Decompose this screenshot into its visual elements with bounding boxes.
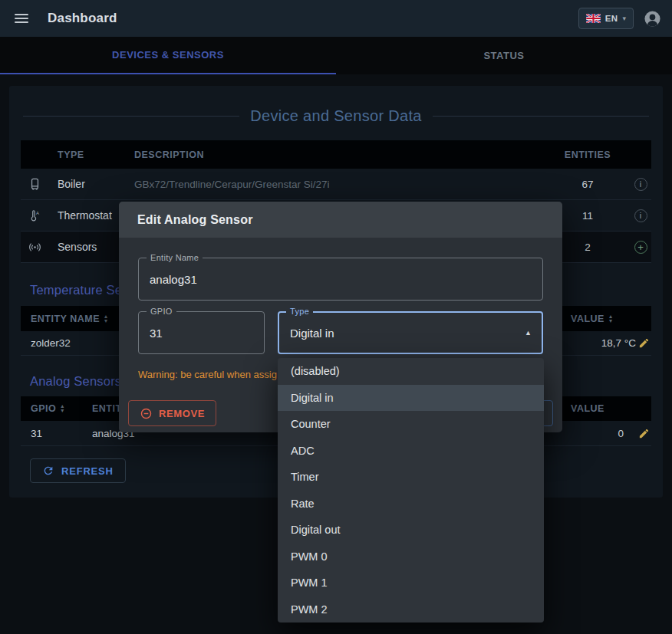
device-description: GBx72/Trendline/Cerapur/Greenstar Si/27i — [125, 179, 545, 190]
device-entities: 67 — [545, 179, 630, 190]
option-digital-out[interactable]: Digital out — [278, 517, 544, 544]
sort-icon[interactable]: ▴▾ — [104, 314, 108, 324]
refresh-icon — [42, 465, 54, 477]
type-select-label: Type — [286, 307, 313, 316]
option-pwm-1[interactable]: PWM 1 — [278, 570, 544, 596]
tab-status[interactable]: STATUS — [336, 37, 672, 74]
col-gpio-label: GPIO — [31, 403, 56, 414]
tab-devices-sensors[interactable]: DEVICES & SENSORS — [0, 37, 336, 74]
tab-bar: DEVICES & SENSORS STATUS — [0, 37, 672, 74]
divider — [433, 116, 649, 117]
remove-button[interactable]: REMOVE — [128, 400, 216, 426]
gpio-field[interactable]: GPIO 31 — [138, 311, 265, 354]
svg-text:A: A — [36, 210, 39, 215]
gpio-field-value: 31 — [150, 327, 163, 340]
thermostat-icon: A — [21, 209, 48, 223]
type-select-value: Digital in — [290, 327, 334, 340]
option-timer[interactable]: Timer — [278, 464, 544, 491]
screen: Dashboard EN ▾ — [0, 0, 672, 634]
col-value-label: VALUE — [571, 314, 604, 324]
col-entity-name-label: ENTITY NAME — [31, 314, 100, 324]
option-rate[interactable]: Rate — [278, 491, 544, 517]
sensors-icon — [21, 240, 48, 255]
divider — [23, 116, 239, 117]
user-avatar[interactable] — [644, 10, 661, 28]
chevron-down-icon: ▾ — [622, 15, 626, 22]
sort-icon[interactable]: ▴▾ — [61, 404, 64, 413]
edit-icon[interactable] — [636, 428, 651, 439]
option-disabled[interactable]: (disabled) — [278, 358, 544, 385]
gpio-warning-text: Warning: be careful when assig — [138, 369, 277, 380]
option-pwm-2[interactable]: PWM 2 — [278, 596, 544, 623]
add-icon[interactable]: + — [634, 241, 647, 254]
chevron-up-icon: ▲ — [525, 329, 532, 337]
app-bar-right: EN ▾ — [578, 8, 661, 29]
type-select[interactable]: Type Digital in ▲ — [278, 311, 543, 354]
col-gpio: GPIO ▴▾ — [21, 403, 82, 414]
option-pwm-0[interactable]: PWM 0 — [278, 544, 544, 570]
sort-icon[interactable]: ▴▾ — [609, 314, 613, 324]
device-type: Sensors — [48, 241, 125, 253]
page-title-row: Device and Sensor Data — [9, 107, 663, 125]
table-row-boiler[interactable]: Boiler GBx72/Trendline/Cerapur/Greenstar… — [21, 169, 651, 200]
col-entities: ENTITIES — [545, 149, 630, 160]
gpio-value: 31 — [21, 428, 82, 439]
option-counter[interactable]: Counter — [278, 411, 544, 438]
language-selector[interactable]: EN ▾ — [578, 8, 634, 29]
refresh-button[interactable]: REFRESH — [30, 458, 126, 483]
entity-name-field-label: Entity Name — [147, 253, 203, 262]
option-digital-in[interactable]: Digital in — [278, 385, 544, 412]
remove-circle-icon — [140, 407, 153, 420]
gpio-field-label: GPIO — [147, 307, 176, 316]
refresh-label: REFRESH — [61, 465, 114, 477]
col-type: TYPE — [48, 149, 125, 160]
boiler-icon — [21, 177, 48, 192]
device-type: Boiler — [48, 178, 125, 190]
app-title: Dashboard — [48, 11, 117, 26]
app-bar: Dashboard EN ▾ — [0, 0, 672, 37]
language-label: EN — [605, 14, 618, 23]
dialog-title: Edit Analog Sensor — [119, 202, 562, 238]
uk-flag-icon — [586, 14, 601, 23]
menu-icon[interactable] — [15, 14, 28, 23]
entity-name-field-value: analog31 — [150, 273, 197, 286]
remove-label: REMOVE — [159, 408, 205, 419]
info-icon[interactable]: i — [634, 209, 647, 222]
info-icon[interactable]: i — [634, 178, 647, 191]
col-description: DESCRIPTION — [125, 149, 545, 160]
type-dropdown-menu: (disabled) Digital in Counter ADC Timer … — [278, 358, 544, 623]
option-adc[interactable]: ADC — [278, 438, 544, 465]
device-table-header: TYPE DESCRIPTION ENTITIES — [21, 140, 651, 169]
page-title: Device and Sensor Data — [250, 107, 421, 125]
entity-name-field[interactable]: Entity Name analog31 — [138, 258, 543, 301]
edit-icon[interactable] — [636, 337, 651, 349]
device-type: Thermostat — [48, 209, 125, 222]
